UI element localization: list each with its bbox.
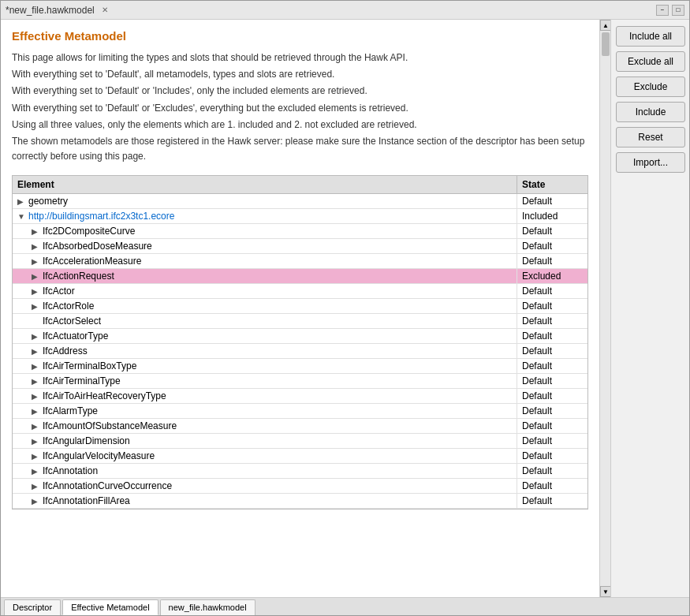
expand-arrow[interactable]: ▶ <box>32 377 39 386</box>
cell-state-20: Default <box>517 494 587 508</box>
table-row[interactable]: ▶IfcAnnotationFillAreaDefault <box>13 494 587 509</box>
expand-arrow[interactable]: ▶ <box>32 257 39 266</box>
table-row[interactable]: ▶IfcAmountOfSubstanceMeasureDefault <box>13 419 587 434</box>
maximize-button[interactable]: □ <box>672 5 684 16</box>
include-button[interactable]: Include <box>616 102 685 122</box>
cell-element-2: ▶Ifc2DCompositeCurve <box>13 224 517 238</box>
table-row[interactable]: ▶IfcAccelerationMeasureDefault <box>13 254 587 269</box>
expand-arrow[interactable]: ▶ <box>32 422 39 431</box>
element-name: IfcAngularVelocityMeasure <box>43 450 155 461</box>
title-bar: *new_file.hawkmodel ✕ − □ <box>1 1 689 20</box>
desc-line-5: Using all three values, only the element… <box>12 118 588 133</box>
table-row[interactable]: ▶IfcAnnotationCurveOccurrenceDefault <box>13 479 587 494</box>
expand-arrow[interactable]: ▼ <box>17 212 25 221</box>
table-row[interactable]: ▶IfcActionRequestExcluded <box>13 269 587 284</box>
expand-arrow[interactable]: ▶ <box>32 242 39 251</box>
element-name: IfcActionRequest <box>43 271 114 282</box>
table-row[interactable]: ▶IfcAlarmTypeDefault <box>13 404 587 419</box>
cell-element-11: ▶IfcAirTerminalBoxType <box>13 359 517 373</box>
cell-state-15: Default <box>517 419 587 433</box>
expand-arrow[interactable]: ▶ <box>32 332 39 341</box>
table-row[interactable]: ▶IfcAngularDimensionDefault <box>13 434 587 449</box>
expand-arrow[interactable]: ▶ <box>32 437 39 446</box>
cell-element-1: ▼http://buildingsmart.ifc2x3tc1.ecore <box>13 209 517 223</box>
table-row[interactable]: ▶IfcAirTerminalBoxTypeDefault <box>13 359 587 374</box>
table-row[interactable]: ▼http://buildingsmart.ifc2x3tc1.ecoreInc… <box>13 209 587 224</box>
scroll-down-btn[interactable]: ▼ <box>600 586 611 597</box>
cell-state-17: Default <box>517 449 587 463</box>
desc-line-2: With everything set to 'Default', all me… <box>12 67 588 82</box>
page-area: Effective Metamodel This page allows for… <box>1 20 689 597</box>
table-row[interactable]: ▶Ifc2DCompositeCurveDefault <box>13 224 587 239</box>
left-panel: Effective Metamodel This page allows for… <box>1 20 599 597</box>
expand-arrow[interactable]: ▶ <box>32 362 39 371</box>
minimize-button[interactable]: − <box>656 5 669 16</box>
table-row[interactable]: ▶IfcAbsorbedDoseMeasureDefault <box>13 239 587 254</box>
cell-state-19: Default <box>517 479 587 493</box>
table-row[interactable]: ▶IfcActuatorTypeDefault <box>13 329 587 344</box>
right-panel: Include all Exclude all Exclude Include … <box>610 20 689 597</box>
expand-arrow[interactable]: ▶ <box>32 497 39 506</box>
reset-button[interactable]: Reset <box>616 127 685 147</box>
exclude-button[interactable]: Exclude <box>616 77 685 97</box>
cell-state-4: Default <box>517 254 587 268</box>
expand-arrow[interactable]: ▶ <box>32 347 39 356</box>
expand-arrow[interactable]: ▶ <box>32 467 39 476</box>
expand-arrow[interactable]: ▶ <box>32 287 39 296</box>
table-row[interactable]: ▶geometryDefault <box>13 194 587 209</box>
expand-arrow[interactable]: ▶ <box>32 452 39 461</box>
table-row[interactable]: ▶IfcActorDefault <box>13 284 587 299</box>
window-title: *new_file.hawkmodel <box>6 5 95 16</box>
cell-element-20: ▶IfcAnnotationFillArea <box>13 494 517 508</box>
import-button[interactable]: Import... <box>616 152 685 173</box>
desc-line-3: With everything set to 'Default' or 'Inc… <box>12 84 588 99</box>
exclude-all-button[interactable]: Exclude all <box>616 51 685 72</box>
main-window: *new_file.hawkmodel ✕ − □ Effective Meta… <box>0 0 690 616</box>
expand-arrow[interactable]: ▶ <box>17 197 25 206</box>
scroll-thumb[interactable] <box>602 32 610 56</box>
close-tab-icon[interactable]: ✕ <box>99 5 110 15</box>
tab-effective-metamodel[interactable]: Effective Metamodel <box>62 599 158 615</box>
table-body[interactable]: ▶geometryDefault▼http://buildingsmart.if… <box>13 194 587 509</box>
scroll-up-btn[interactable]: ▲ <box>600 20 611 31</box>
cell-element-10: ▶IfcAddress <box>13 344 517 358</box>
table-row[interactable]: ▶IfcAirTerminalTypeDefault <box>13 374 587 389</box>
tab-new_file.hawkmodel[interactable]: new_file.hawkmodel <box>160 599 255 615</box>
cell-element-3: ▶IfcAbsorbedDoseMeasure <box>13 239 517 253</box>
expand-arrow[interactable]: ▶ <box>32 482 39 491</box>
cell-element-7: ▶IfcActorRole <box>13 299 517 313</box>
cell-state-12: Default <box>517 374 587 388</box>
cell-element-12: ▶IfcAirTerminalType <box>13 374 517 388</box>
tab-bar: DescriptorEffective Metamodelnew_file.ha… <box>1 597 689 615</box>
cell-element-6: ▶IfcActor <box>13 284 517 298</box>
expand-arrow[interactable]: ▶ <box>32 272 39 281</box>
table-row[interactable]: ▶IfcAirToAirHeatRecoveryTypeDefault <box>13 389 587 404</box>
cell-element-5: ▶IfcActionRequest <box>13 269 517 283</box>
cell-state-1: Included <box>517 209 587 223</box>
scrollbar: ▲ ▼ <box>599 20 610 597</box>
table-row[interactable]: ▶IfcActorRoleDefault <box>13 299 587 314</box>
element-name: IfcAirTerminalBoxType <box>43 360 136 371</box>
main-content: Effective Metamodel This page allows for… <box>1 20 689 615</box>
expand-arrow[interactable]: ▶ <box>32 302 39 311</box>
desc-line-6: The shown metamodels are those registere… <box>12 134 588 164</box>
cell-state-11: Default <box>517 359 587 373</box>
cell-element-15: ▶IfcAmountOfSubstanceMeasure <box>13 419 517 433</box>
cell-state-9: Default <box>517 329 587 343</box>
table-row[interactable]: ▶IfcAnnotationDefault <box>13 464 587 479</box>
element-name: Ifc2DCompositeCurve <box>43 226 135 237</box>
table-row[interactable]: IfcActorSelectDefault <box>13 314 587 329</box>
expand-arrow[interactable]: ▶ <box>32 407 39 416</box>
table-header: Element State <box>13 176 587 194</box>
cell-element-13: ▶IfcAirToAirHeatRecoveryType <box>13 389 517 403</box>
element-name: IfcAirTerminalType <box>43 375 121 386</box>
expand-arrow[interactable]: ▶ <box>32 392 39 401</box>
scroll-track[interactable] <box>600 31 610 586</box>
table-row[interactable]: ▶IfcAddressDefault <box>13 344 587 359</box>
tab-descriptor[interactable]: Descriptor <box>4 599 61 615</box>
element-name: IfcAnnotationCurveOccurrence <box>43 480 172 491</box>
cell-state-6: Default <box>517 284 587 298</box>
table-row[interactable]: ▶IfcAngularVelocityMeasureDefault <box>13 449 587 464</box>
expand-arrow[interactable]: ▶ <box>32 227 39 236</box>
include-all-button[interactable]: Include all <box>616 26 685 47</box>
